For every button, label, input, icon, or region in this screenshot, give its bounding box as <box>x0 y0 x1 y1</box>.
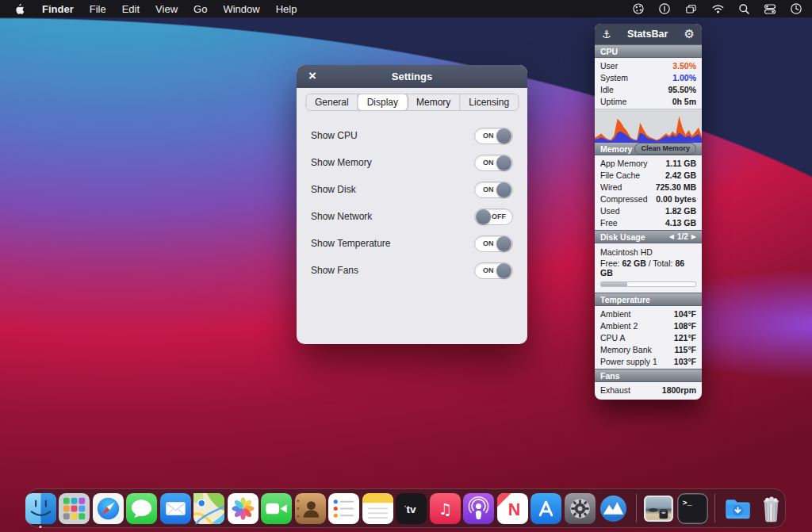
setting-row-show-temperature: Show Temperature ON <box>297 230 527 257</box>
setting-row-show-cpu: Show CPU ON <box>297 122 527 149</box>
finder-icon[interactable] <box>25 493 56 524</box>
search-icon[interactable] <box>738 3 750 15</box>
menu-item-finder[interactable]: Finder <box>34 2 82 17</box>
stat-value: 121°F <box>674 333 696 343</box>
tab-memory[interactable]: Memory <box>408 94 460 110</box>
safari-icon[interactable] <box>93 493 124 524</box>
toggle-state-label: OFF <box>492 212 506 220</box>
svg-text:>_: >_ <box>683 498 692 507</box>
launchpad-icon[interactable] <box>59 493 90 524</box>
downloads-folder-icon[interactable] <box>722 493 753 524</box>
setting-row-show-network: Show Network OFF <box>297 203 527 230</box>
stat-value: 2.42 GB <box>665 170 696 180</box>
stat-label: Used <box>600 206 620 216</box>
contacts-icon[interactable] <box>295 493 326 524</box>
menu-item-file[interactable]: File <box>82 2 114 17</box>
windows-icon[interactable] <box>684 2 698 15</box>
stat-label: File Cache <box>600 170 640 180</box>
stat-label: Ambient 2 <box>600 321 638 331</box>
toggle-knob <box>496 155 511 170</box>
podcasts-icon[interactable] <box>463 493 494 524</box>
prev-page-icon[interactable]: ◀ <box>669 233 674 240</box>
cpu-row-uptime: Uptime 0h 5m <box>595 95 702 107</box>
tv-icon[interactable]: tv <box>396 493 427 524</box>
messages-icon[interactable] <box>126 493 157 524</box>
app-store-icon[interactable] <box>530 493 561 524</box>
dock: tv ♫ N >_ <box>26 488 786 528</box>
menu-bar: Finder File Edit View Go Window Help <box>0 0 812 17</box>
disk-body: Macintosh HD Free: 62 GB / Total: 86 GB <box>595 243 702 293</box>
menu-item-edit[interactable]: Edit <box>114 2 147 17</box>
disk-page-indicator: 1/2 <box>677 232 688 241</box>
stat-label: Uptime <box>600 97 626 106</box>
stat-label: Free <box>600 218 618 228</box>
memory-row: Wired725.30 MB <box>595 181 702 193</box>
fans-section-header: Fans <box>595 369 702 382</box>
stat-label: App Memory <box>600 159 648 168</box>
temperature-section-header: Temperature <box>595 293 702 306</box>
music-icon[interactable]: ♫ <box>430 493 461 524</box>
show-disk-toggle[interactable]: ON <box>474 182 513 198</box>
clock-icon[interactable] <box>790 2 802 15</box>
statsbar-app-icon[interactable] <box>598 493 629 524</box>
power-circle-icon[interactable] <box>658 2 671 15</box>
menu-item-window[interactable]: Window <box>215 2 267 17</box>
tab-licensing[interactable]: Licensing <box>460 94 518 110</box>
memory-row: Compressed0.00 bytes <box>595 193 702 205</box>
memory-section-header: Memory Clean Memory <box>595 142 702 155</box>
stat-value: 725.30 MB <box>656 182 696 192</box>
control-center-icon[interactable] <box>764 3 776 15</box>
reminders-icon[interactable] <box>328 493 359 524</box>
temperature-row: Ambient 2108°F <box>595 320 702 331</box>
toggle-knob <box>496 263 511 278</box>
trash-icon[interactable] <box>756 493 787 524</box>
show-temperature-toggle[interactable]: ON <box>474 235 513 252</box>
menu-item-help[interactable]: Help <box>268 2 305 17</box>
apple-menu[interactable] <box>10 3 34 15</box>
toggle-state-label: ON <box>483 132 494 140</box>
mail-icon[interactable] <box>160 493 191 524</box>
tab-group: General Display Memory Licensing <box>305 94 519 111</box>
photos-icon[interactable] <box>228 493 259 524</box>
stat-value: 0.00 bytes <box>656 194 696 204</box>
notes-icon[interactable] <box>362 493 393 524</box>
app-sphere-icon[interactable] <box>632 2 645 15</box>
terminal-icon[interactable]: >_ <box>677 493 708 524</box>
toggle-knob <box>476 209 491 224</box>
disk-section-header: Disk Usage ◀ 1/2 ▶ <box>595 230 702 243</box>
menu-item-go[interactable]: Go <box>186 2 215 17</box>
cpu-usage-graph <box>595 109 702 142</box>
window-title: Settings <box>392 71 432 82</box>
disk-volume-name: Macintosh HD <box>600 247 696 258</box>
tab-general[interactable]: General <box>306 94 358 110</box>
gear-icon[interactable]: ⚙ <box>684 27 695 41</box>
next-page-icon[interactable]: ▶ <box>691 233 696 240</box>
menu-item-view[interactable]: View <box>147 2 186 17</box>
wifi-icon[interactable] <box>711 3 725 14</box>
window-preview-icon[interactable] <box>643 493 674 524</box>
clean-memory-button[interactable]: Clean Memory <box>634 143 696 155</box>
system-preferences-icon[interactable] <box>565 493 596 524</box>
maps-icon[interactable] <box>193 493 224 524</box>
toggle-knob <box>496 236 511 251</box>
facetime-icon[interactable] <box>261 493 292 524</box>
close-icon[interactable]: × <box>304 67 321 85</box>
temperature-header-label: Temperature <box>600 295 650 304</box>
tab-display[interactable]: Display <box>358 94 408 110</box>
show-network-toggle[interactable]: OFF <box>474 209 513 225</box>
setting-label: Show Disk <box>311 184 356 195</box>
show-cpu-toggle[interactable]: ON <box>474 128 513 144</box>
stat-value: 115°F <box>674 345 696 354</box>
setting-label: Show Memory <box>311 157 372 168</box>
show-fans-toggle[interactable]: ON <box>474 262 513 279</box>
stat-label: Idle <box>600 85 614 94</box>
setting-label: Show Fans <box>311 265 358 276</box>
toggle-state-label: ON <box>483 266 494 274</box>
settings-window: × Settings General Display Memory Licens… <box>297 65 527 344</box>
show-memory-toggle[interactable]: ON <box>474 155 513 171</box>
toggle-knob <box>496 182 511 197</box>
stat-label: System <box>600 73 628 82</box>
dock-divider <box>636 494 637 522</box>
news-icon[interactable]: N <box>497 493 528 524</box>
settings-titlebar[interactable]: × Settings <box>297 65 527 88</box>
